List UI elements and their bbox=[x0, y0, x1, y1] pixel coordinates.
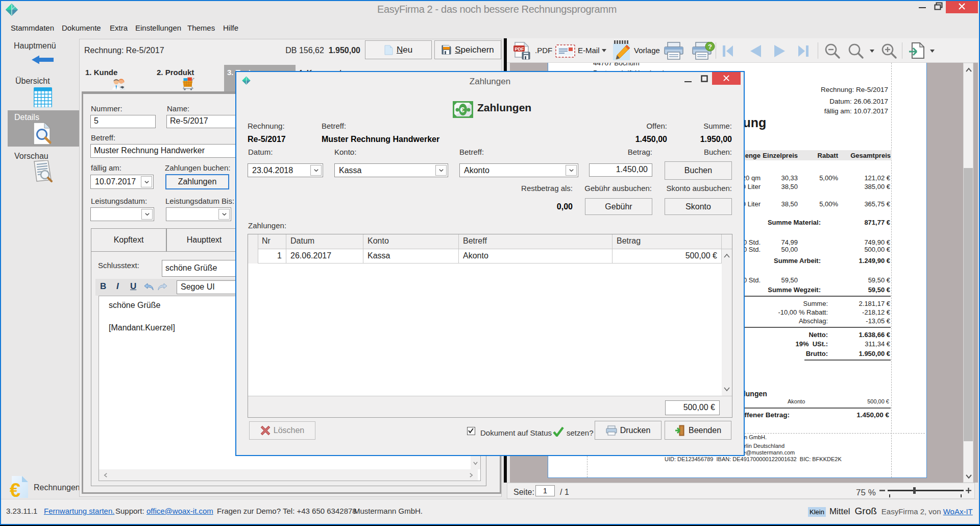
svg-text:PDF: PDF bbox=[515, 46, 525, 52]
svg-text:?: ? bbox=[708, 43, 712, 51]
svg-text:€: € bbox=[10, 480, 20, 498]
